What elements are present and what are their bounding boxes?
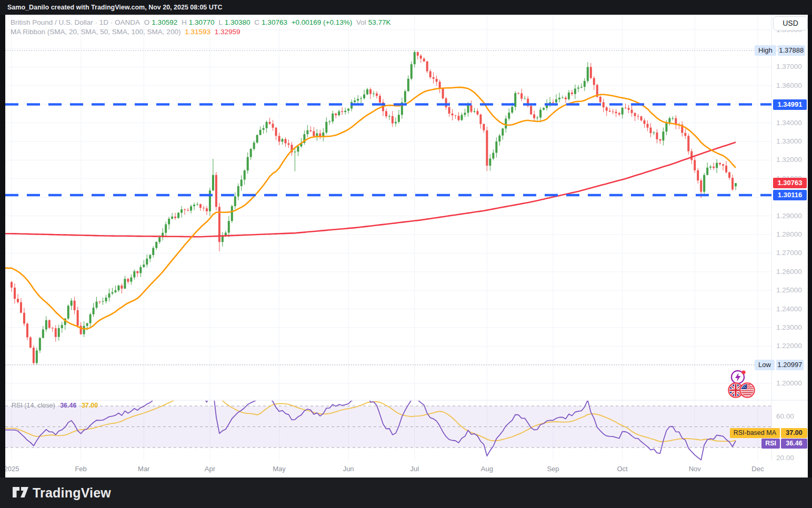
rsi-badge-label: RSI-based MA (730, 428, 780, 438)
ohlc-high-label: H (182, 18, 187, 26)
rsi-ma-legend-value: 37.00 (82, 402, 98, 409)
attribution-bar: Samo_Danilo created with TradingView.com… (0, 0, 812, 15)
ohlc-open-value: 1.30592 (152, 18, 177, 26)
marker-value: 1.20997 (776, 360, 804, 370)
tradingview-logo-icon[interactable] (13, 486, 29, 499)
volume-value: 53.77K (368, 18, 391, 26)
gbpusd-pair-flags-icon (725, 381, 758, 399)
tradingview-brand-text[interactable]: TradingView (33, 485, 111, 501)
ohlc-low-value: 1.30380 (225, 18, 250, 26)
time-axis-label: Mar (132, 465, 155, 473)
ma-ribbon-label: MA Ribbon (SMA, 20, SMA, 50, SMA, 100, S… (11, 28, 181, 36)
rsi-legend[interactable]: RSI (14, close) 36.46 37.00 (12, 402, 101, 409)
price-axis-label: 1.23000 (776, 323, 802, 332)
symbol-legend[interactable]: British Pound / U.S. Dollar · 1D · OANDA… (11, 18, 393, 37)
ohlc-low-label: L (218, 18, 223, 26)
time-axis-label: Sep (542, 465, 565, 473)
price-axis-label: 1.22000 (776, 342, 802, 350)
price-axis-label: 1.20000 (776, 379, 802, 388)
price-axis-label: 1.32000 (776, 156, 802, 164)
marker-value: 1.37888 (778, 45, 805, 56)
ohlc-high-value: 1.30770 (189, 18, 215, 26)
attribution-text: Samo_Danilo created with TradingView.com… (7, 4, 222, 11)
price-axis-label: 1.33000 (776, 137, 802, 146)
time-axis-label: Oct (611, 465, 634, 473)
low-marker-badge: Low1.20997 (755, 360, 804, 370)
ma-fast-value: 1.31593 (185, 28, 210, 36)
price-axis-label: 1.28000 (776, 230, 802, 239)
price-axis-label: 1.29000 (776, 212, 802, 220)
time-axis-label: Jun (337, 465, 360, 473)
chart-area: British Pound / U.S. Dollar · 1D · OANDA… (5, 15, 808, 477)
time-axis-label: May (268, 465, 291, 473)
time-axis-label: Dec (746, 465, 769, 473)
time-axis-label: Apr (198, 465, 222, 473)
rsi-legend-label: RSI (14, close) (12, 402, 55, 409)
change-value: +0.00169 (+0.13%) (292, 18, 353, 26)
level-price-badge: 1.30116 (773, 190, 807, 200)
price-axis-label: 1.25000 (776, 286, 802, 294)
rsi-legend-value: 36.46 (60, 402, 76, 409)
rsi-axis-label: 60.00 (776, 412, 794, 421)
price-axis-label: 1.26000 (776, 268, 802, 276)
marker-label: Low (755, 360, 775, 370)
ohlc-open-label: O (144, 18, 150, 26)
rsi-badge-value: 36.46 (781, 439, 807, 449)
currency-toggle-button[interactable]: USD (773, 16, 808, 31)
rsi-ma-badge: RSI-based MA37.00 (730, 428, 807, 438)
price-axis-label: 1.24000 (776, 305, 802, 313)
price-axis-label: 1.36000 (776, 82, 802, 90)
ma-ribbon-legend-row: MA Ribbon (SMA, 20, SMA, 50, SMA, 100, S… (11, 27, 393, 36)
ohlc-close-label: C (254, 18, 259, 26)
time-axis-label: Nov (683, 465, 706, 473)
level-price-badge: 1.34991 (773, 99, 807, 110)
footer-bar: TradingView (0, 477, 812, 508)
volume-label: Vol (356, 18, 366, 26)
marker-label: High (755, 45, 776, 56)
time-axis-label: Feb (69, 465, 93, 473)
price-axis-label: 1.34000 (776, 119, 802, 127)
time-axis[interactable]: 2025FebMarAprMayJunJulAugSepOctNovDec (5, 461, 808, 477)
symbol-title: British Pound / U.S. Dollar · 1D · OANDA (11, 18, 140, 26)
price-chart-canvas[interactable] (5, 15, 808, 477)
ohlc-close-value: 1.30763 (262, 18, 287, 26)
symbol-legend-row1: British Pound / U.S. Dollar · 1D · OANDA… (11, 18, 393, 27)
time-axis-label: Aug (475, 465, 498, 473)
price-axis[interactable]: 1.390001.380001.370001.360001.350001.340… (771, 15, 808, 461)
price-axis-label: 1.37000 (776, 63, 802, 71)
ma-slow-value: 1.32959 (215, 28, 240, 36)
rsi-value-badge: RSI36.46 (761, 439, 807, 449)
price-axis-label: 1.27000 (776, 249, 802, 257)
rsi-badge-label: RSI (761, 439, 780, 449)
high-marker-badge: High1.37888 (755, 45, 805, 56)
time-axis-label: Jul (403, 465, 426, 473)
time-axis-label: 2025 (5, 465, 23, 473)
rsi-badge-value: 37.00 (781, 428, 807, 438)
last-price-badge: 1.30763 (773, 178, 807, 188)
